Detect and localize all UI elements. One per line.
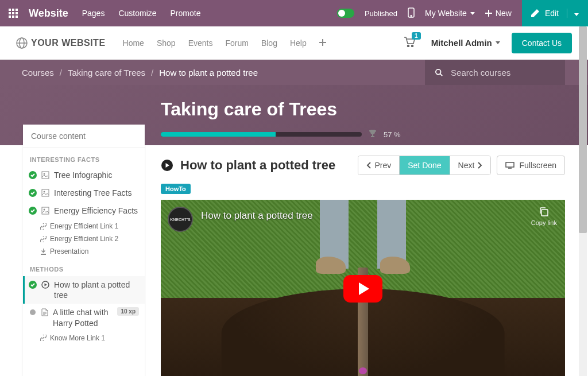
scrollbar-thumb[interactable]: [579, 26, 587, 233]
svg-point-26: [44, 209, 45, 210]
sublink-energy-1[interactable]: Energy Efficient Link 1: [23, 220, 145, 232]
copy-icon: [539, 207, 549, 217]
svg-point-16: [436, 69, 441, 74]
lesson-label: A little chat with Harry Potted: [53, 307, 113, 328]
new-button[interactable]: New: [485, 9, 512, 18]
svg-point-15: [411, 45, 413, 46]
image-icon: [41, 207, 49, 216]
link-icon: [40, 236, 47, 242]
monitor-icon: [505, 162, 514, 169]
logo-text: YOUR WEBSITE: [31, 38, 106, 48]
nav-home[interactable]: Home: [123, 38, 144, 48]
fullscreen-button[interactable]: Fullscreen: [497, 156, 565, 175]
nav-forum[interactable]: Forum: [225, 38, 248, 48]
breadcrumb-bar: Courses / Taking care of Trees / How to …: [0, 60, 588, 85]
image-icon: [41, 189, 49, 199]
copy-link-button[interactable]: Copy link: [531, 207, 557, 226]
svg-rect-2: [16, 9, 18, 11]
lesson-energy-facts[interactable]: Energy Efficiency Facts: [23, 202, 145, 220]
lesson-title-row: How to plant a potted tree: [161, 158, 335, 173]
play-circle-icon: [161, 159, 173, 172]
nav-blog[interactable]: Blog: [261, 38, 277, 48]
svg-rect-7: [12, 15, 14, 18]
svg-rect-5: [16, 12, 18, 14]
svg-rect-34: [506, 162, 514, 167]
mobile-preview-icon[interactable]: [408, 7, 415, 20]
lesson-label: Energy Efficiency Facts: [54, 206, 139, 216]
new-label: New: [496, 9, 512, 18]
lesson-label: How to plant a potted tree: [54, 280, 139, 300]
top-menu-bar: Website Pages Customize Promote Publishe…: [0, 0, 588, 26]
tab-pages[interactable]: Pages: [82, 9, 105, 18]
brand-title[interactable]: Website: [26, 7, 82, 20]
plus-icon: [319, 39, 326, 46]
nav-add[interactable]: [319, 38, 326, 48]
progress-bar: [161, 132, 362, 137]
edit-caret[interactable]: [567, 9, 579, 18]
nav-help[interactable]: Help: [290, 38, 307, 48]
sublink-presentation[interactable]: Presentation: [23, 245, 145, 258]
lesson-tree-infographic[interactable]: Tree Infographic: [23, 166, 145, 184]
play-icon: [41, 281, 49, 290]
nav-events[interactable]: Events: [188, 38, 213, 48]
published-label: Published: [365, 9, 397, 18]
video-player[interactable]: KNECHT'S How to plant a potted tree Copy…: [161, 200, 565, 376]
tab-customize[interactable]: Customize: [118, 9, 156, 18]
nav-shop[interactable]: Shop: [157, 38, 176, 48]
channel-logo[interactable]: KNECHT'S: [168, 207, 193, 232]
search-box[interactable]: [425, 60, 565, 85]
svg-rect-25: [42, 207, 49, 214]
trophy-icon: [369, 129, 377, 139]
user-menu[interactable]: Mitchell Admin: [431, 38, 500, 48]
nav-links: Home Shop Events Forum Blog Help: [123, 38, 326, 48]
svg-rect-0: [9, 9, 11, 11]
svg-rect-3: [9, 12, 11, 14]
check-icon: [29, 171, 37, 181]
site-navbar: YOUR WEBSITE Home Shop Events Forum Blog…: [0, 26, 588, 60]
course-title: Taking care of Trees: [161, 99, 565, 120]
svg-point-29: [30, 309, 36, 315]
download-icon: [40, 249, 47, 255]
crumb-course[interactable]: Taking care of Trees: [68, 68, 145, 77]
nav-button-group: Prev Set Done Next: [358, 156, 491, 175]
published-toggle[interactable]: [337, 9, 354, 18]
chevron-left-icon: [366, 162, 371, 169]
link-icon: [40, 223, 47, 230]
apps-icon[interactable]: [0, 9, 26, 18]
svg-rect-36: [541, 210, 548, 216]
youtube-play-button[interactable]: [343, 275, 382, 303]
svg-rect-22: [42, 189, 49, 196]
tab-promote[interactable]: Promote: [171, 9, 201, 18]
site-logo[interactable]: YOUR WEBSITE: [16, 37, 106, 49]
progress-percent: 57 %: [384, 130, 401, 139]
svg-point-23: [44, 191, 45, 192]
set-done-button[interactable]: Set Done: [400, 156, 450, 175]
edit-button[interactable]: Edit: [522, 0, 588, 26]
cart-badge: 1: [412, 32, 421, 40]
chevron-right-icon: [478, 162, 482, 169]
crumb-current: How to plant a potted tree: [159, 68, 258, 77]
lesson-tag[interactable]: HowTo: [161, 184, 191, 194]
sublink-know-more-1[interactable]: Know More Link 1: [23, 332, 145, 344]
cart-button[interactable]: 1: [404, 37, 415, 49]
search-input[interactable]: [451, 68, 555, 77]
lesson-plant-tree[interactable]: How to plant a potted tree: [23, 276, 145, 304]
lesson-interesting-facts[interactable]: Interesting Tree Facts: [23, 184, 145, 202]
crumb-courses[interactable]: Courses: [22, 68, 54, 77]
caret-down-icon: [470, 12, 475, 15]
svg-point-10: [411, 15, 412, 16]
lesson-harry-potted[interactable]: A little chat with Harry Potted 10 xp: [23, 304, 145, 331]
contact-button[interactable]: Contact Us: [512, 33, 572, 53]
sublink-energy-2[interactable]: Energy Efficient Link 2: [23, 232, 145, 245]
user-name: Mitchell Admin: [431, 38, 492, 48]
svg-rect-4: [12, 12, 14, 14]
prev-button[interactable]: Prev: [358, 156, 400, 175]
lesson-label: Interesting Tree Facts: [54, 188, 139, 198]
svg-rect-6: [9, 15, 11, 18]
website-switcher[interactable]: My Website: [425, 9, 475, 18]
next-button[interactable]: Next: [450, 156, 491, 175]
video-title: How to plant a potted tree: [201, 210, 313, 222]
svg-rect-8: [16, 15, 18, 18]
course-sidebar: Course content INTERESTING FACTS Tree In…: [23, 125, 145, 376]
website-switcher-label: My Website: [425, 9, 467, 18]
